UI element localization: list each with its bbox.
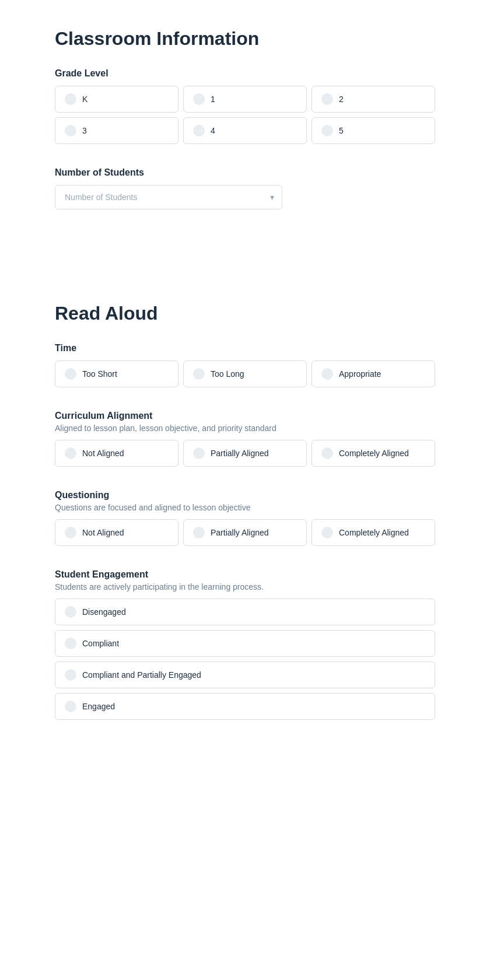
curriculum-completely-aligned-radio xyxy=(321,447,333,459)
grade-2-option[interactable]: 2 xyxy=(312,86,435,113)
too-long-option[interactable]: Too Long xyxy=(183,360,307,387)
questioning-partially-aligned-option[interactable]: Partially Aligned xyxy=(183,519,307,546)
student-engagement-section: Student Engagement Students are actively… xyxy=(55,569,435,720)
number-of-students-select[interactable]: Number of Students 1-5 6-10 11-15 16-20 … xyxy=(55,185,282,209)
classroom-section: Classroom Information Grade Level K 1 2 xyxy=(55,28,435,209)
engaged-label: Engaged xyxy=(82,702,115,711)
compliant-partially-engaged-label: Compliant and Partially Engaged xyxy=(82,670,201,680)
curriculum-alignment-label: Curriculum Alignment xyxy=(55,411,435,421)
grade-3-radio xyxy=(65,125,76,136)
grade-level-options: K 1 2 3 4 xyxy=(55,86,435,144)
questioning-completely-aligned-option[interactable]: Completely Aligned xyxy=(312,519,435,546)
disengaged-label: Disengaged xyxy=(82,607,126,617)
engaged-option[interactable]: Engaged xyxy=(55,693,435,720)
questioning-section: Questioning Questions are focused and al… xyxy=(55,490,435,546)
number-of-students-wrapper: Number of Students 1-5 6-10 11-15 16-20 … xyxy=(55,185,282,209)
curriculum-alignment-section: Curriculum Alignment Aligned to lesson p… xyxy=(55,411,435,467)
grade-1-radio xyxy=(193,93,205,105)
curriculum-partially-aligned-radio xyxy=(193,447,205,459)
curriculum-completely-aligned-option[interactable]: Completely Aligned xyxy=(312,440,435,467)
curriculum-not-aligned-radio xyxy=(65,447,76,459)
student-engagement-options: Disengaged Compliant Compliant and Parti… xyxy=(55,598,435,720)
grade-1-label: 1 xyxy=(211,94,215,104)
appropriate-radio xyxy=(321,368,333,380)
grade-2-radio xyxy=(321,93,333,105)
grade-5-option[interactable]: 5 xyxy=(312,117,435,144)
questioning-completely-aligned-label: Completely Aligned xyxy=(339,528,409,537)
questioning-label: Questioning xyxy=(55,490,435,501)
classroom-title: Classroom Information xyxy=(55,28,435,50)
compliant-partially-engaged-radio xyxy=(65,669,76,681)
compliant-partially-engaged-option[interactable]: Compliant and Partially Engaged xyxy=(55,662,435,688)
appropriate-option[interactable]: Appropriate xyxy=(312,360,435,387)
time-section: Time Too Short Too Long Appropriate xyxy=(55,343,435,387)
compliant-option[interactable]: Compliant xyxy=(55,630,435,657)
student-engagement-label: Student Engagement xyxy=(55,569,435,580)
grade-5-radio xyxy=(321,125,333,136)
time-options: Too Short Too Long Appropriate xyxy=(55,360,435,387)
compliant-radio xyxy=(65,638,76,649)
appropriate-label: Appropriate xyxy=(339,369,381,379)
number-of-students-label: Number of Students xyxy=(55,167,435,178)
questioning-not-aligned-radio xyxy=(65,527,76,538)
grade-1-option[interactable]: 1 xyxy=(183,86,307,113)
compliant-label: Compliant xyxy=(82,639,119,648)
questioning-partially-aligned-label: Partially Aligned xyxy=(211,528,269,537)
questioning-sublabel: Questions are focused and aligned to les… xyxy=(55,503,435,512)
questioning-not-aligned-option[interactable]: Not Aligned xyxy=(55,519,178,546)
too-short-option[interactable]: Too Short xyxy=(55,360,178,387)
grade-k-label: K xyxy=(82,94,88,104)
grade-level-section: Grade Level K 1 2 3 xyxy=(55,68,435,144)
grade-4-option[interactable]: 4 xyxy=(183,117,307,144)
curriculum-partially-aligned-option[interactable]: Partially Aligned xyxy=(183,440,307,467)
engaged-radio xyxy=(65,701,76,712)
curriculum-not-aligned-option[interactable]: Not Aligned xyxy=(55,440,178,467)
curriculum-alignment-sublabel: Aligned to lesson plan, lesson objective… xyxy=(55,424,435,433)
section-spacer xyxy=(55,233,435,303)
grade-k-option[interactable]: K xyxy=(55,86,178,113)
grade-3-label: 3 xyxy=(82,126,87,135)
read-aloud-title: Read Aloud xyxy=(55,303,435,324)
read-aloud-section: Read Aloud Time Too Short Too Long Appro… xyxy=(55,303,435,720)
too-short-radio xyxy=(65,368,76,380)
grade-2-label: 2 xyxy=(339,94,344,104)
questioning-not-aligned-label: Not Aligned xyxy=(82,528,124,537)
questioning-partially-aligned-radio xyxy=(193,527,205,538)
grade-4-label: 4 xyxy=(211,126,215,135)
questioning-completely-aligned-radio xyxy=(321,527,333,538)
grade-3-option[interactable]: 3 xyxy=(55,117,178,144)
curriculum-partially-aligned-label: Partially Aligned xyxy=(211,449,269,458)
student-engagement-sublabel: Students are actively participating in t… xyxy=(55,582,435,592)
grade-4-radio xyxy=(193,125,205,136)
number-of-students-section: Number of Students Number of Students 1-… xyxy=(55,167,435,209)
questioning-options: Not Aligned Partially Aligned Completely… xyxy=(55,519,435,546)
too-long-radio xyxy=(193,368,205,380)
grade-level-label: Grade Level xyxy=(55,68,435,79)
curriculum-alignment-options: Not Aligned Partially Aligned Completely… xyxy=(55,440,435,467)
too-short-label: Too Short xyxy=(82,369,117,379)
disengaged-radio xyxy=(65,606,76,618)
time-label: Time xyxy=(55,343,435,354)
disengaged-option[interactable]: Disengaged xyxy=(55,598,435,625)
grade-5-label: 5 xyxy=(339,126,344,135)
too-long-label: Too Long xyxy=(211,369,244,379)
curriculum-not-aligned-label: Not Aligned xyxy=(82,449,124,458)
grade-k-radio xyxy=(65,93,76,105)
curriculum-completely-aligned-label: Completely Aligned xyxy=(339,449,409,458)
